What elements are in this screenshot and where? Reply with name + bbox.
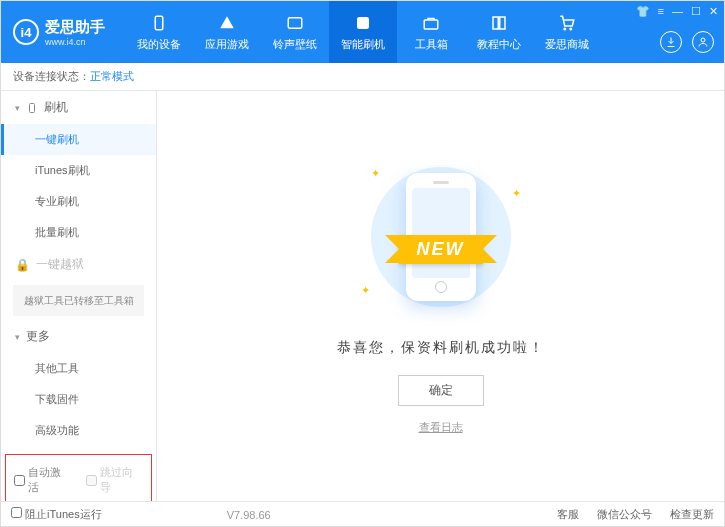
chevron-down-icon: ▾ [15,332,20,342]
nav-flash[interactable]: 智能刷机 [329,1,397,63]
download-icon[interactable] [660,31,682,53]
sidebar-group-more[interactable]: ▾更多 [1,320,156,353]
header-right-icons [660,31,714,53]
svg-rect-2 [357,17,369,29]
sidebar-item-itunes[interactable]: iTunes刷机 [1,155,156,186]
book-icon [489,13,509,33]
skin-icon[interactable]: 👕 [636,5,650,18]
footer: 阻止iTunes运行 V7.98.66 客服 微信公众号 检查更新 [1,501,724,527]
success-illustration: ✦ ✦ ✦ NEW [351,157,531,317]
status-mode: 正常模式 [90,69,134,84]
footer-support[interactable]: 客服 [557,507,579,522]
sidebar: ▾刷机 一键刷机 iTunes刷机 专业刷机 批量刷机 🔒一键越狱 越狱工具已转… [1,91,157,501]
view-log-link[interactable]: 查看日志 [419,420,463,435]
options-box: 自动激活 跳过向导 [5,454,152,501]
user-icon[interactable] [692,31,714,53]
status-label: 设备连接状态： [13,69,90,84]
lock-icon: 🔒 [15,258,30,272]
app-url: www.i4.cn [45,37,105,47]
nav-toolbox[interactable]: 工具箱 [397,1,465,63]
nav-apps[interactable]: 应用游戏 [193,1,261,63]
sidebar-group-jailbreak[interactable]: 🔒一键越狱 [1,248,156,281]
status-bar: 设备连接状态： 正常模式 [1,63,724,91]
toolbox-icon [421,13,441,33]
logo: i4 爱思助手 www.i4.cn [1,18,117,47]
sidebar-item-batch[interactable]: 批量刷机 [1,217,156,248]
nav-ringtones[interactable]: 铃声壁纸 [261,1,329,63]
new-ribbon: NEW [399,235,483,264]
sidebar-group-flash[interactable]: ▾刷机 [1,91,156,124]
main-content: ✦ ✦ ✦ NEW 恭喜您，保资料刷机成功啦！ 确定 查看日志 [157,91,724,501]
jailbreak-note: 越狱工具已转移至工具箱 [13,285,144,316]
version-label: V7.98.66 [227,509,271,521]
sidebar-item-advanced[interactable]: 高级功能 [1,415,156,446]
device-icon [149,13,169,33]
app-header: i4 爱思助手 www.i4.cn 我的设备 应用游戏 铃声壁纸 智能刷机 工具… [1,1,724,63]
menu-icon[interactable]: ≡ [658,5,664,18]
block-itunes-checkbox[interactable]: 阻止iTunes运行 [11,507,102,522]
footer-wechat[interactable]: 微信公众号 [597,507,652,522]
window-controls: 👕 ≡ — ☐ ✕ [636,5,718,18]
flash-icon [353,13,373,33]
skip-guide-checkbox[interactable]: 跳过向导 [86,465,144,495]
top-nav: 我的设备 应用游戏 铃声壁纸 智能刷机 工具箱 教程中心 爱思商城 [125,1,601,63]
svg-point-5 [570,28,572,30]
ok-button[interactable]: 确定 [398,375,484,406]
auto-activate-checkbox[interactable]: 自动激活 [14,465,72,495]
chevron-down-icon: ▾ [15,103,20,113]
svg-rect-0 [155,16,163,30]
nav-my-device[interactable]: 我的设备 [125,1,193,63]
apps-icon [217,13,237,33]
svg-point-6 [701,38,705,42]
cart-icon [557,13,577,33]
sidebar-item-oneclick[interactable]: 一键刷机 [1,124,156,155]
close-icon[interactable]: ✕ [709,5,718,18]
phone-icon [26,102,38,114]
success-message: 恭喜您，保资料刷机成功啦！ [337,339,545,357]
sidebar-item-download[interactable]: 下载固件 [1,384,156,415]
footer-update[interactable]: 检查更新 [670,507,714,522]
svg-rect-7 [30,103,35,112]
svg-rect-3 [424,20,438,29]
nav-store[interactable]: 爱思商城 [533,1,601,63]
nav-tutorials[interactable]: 教程中心 [465,1,533,63]
sidebar-item-other[interactable]: 其他工具 [1,353,156,384]
svg-rect-1 [288,17,302,28]
minimize-icon[interactable]: — [672,5,683,18]
app-name: 爱思助手 [45,18,105,37]
sidebar-item-pro[interactable]: 专业刷机 [1,186,156,217]
maximize-icon[interactable]: ☐ [691,5,701,18]
image-icon [285,13,305,33]
svg-point-4 [564,28,566,30]
logo-icon: i4 [13,19,39,45]
